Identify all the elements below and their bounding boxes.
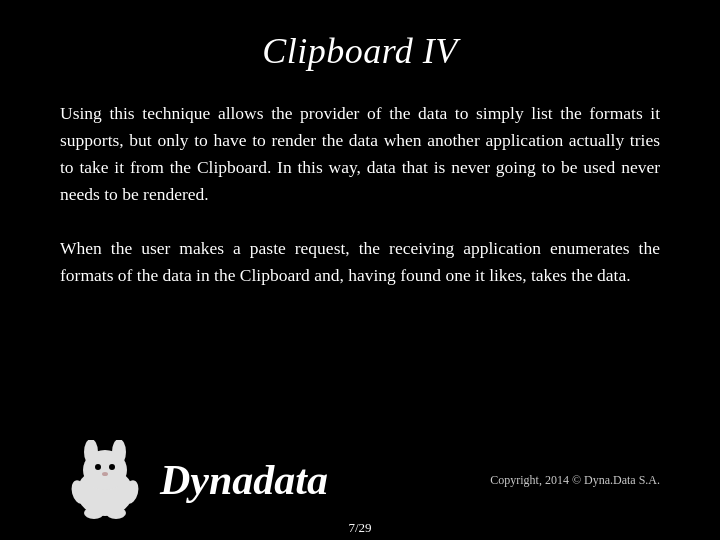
slide-title: Clipboard IV	[60, 30, 660, 72]
svg-point-9	[84, 507, 104, 519]
paragraph-1: Using this technique allows the provider…	[60, 100, 660, 209]
footer: Dynadata Copyright, 2014 © Dyna.Data S.A…	[0, 440, 720, 520]
slide: Clipboard IV Using this technique allows…	[0, 0, 720, 540]
mascot-icon	[60, 440, 150, 520]
svg-point-6	[102, 472, 108, 476]
svg-point-2	[84, 440, 98, 465]
slide-number: 7/29	[348, 520, 371, 536]
paragraph-2: When the user makes a paste request, the…	[60, 235, 660, 289]
svg-point-4	[95, 464, 101, 470]
svg-point-10	[106, 507, 126, 519]
svg-point-5	[109, 464, 115, 470]
svg-point-3	[112, 440, 126, 465]
brand-label: Dynadata	[160, 456, 490, 504]
copyright-text: Copyright, 2014 © Dyna.Data S.A.	[490, 473, 660, 488]
